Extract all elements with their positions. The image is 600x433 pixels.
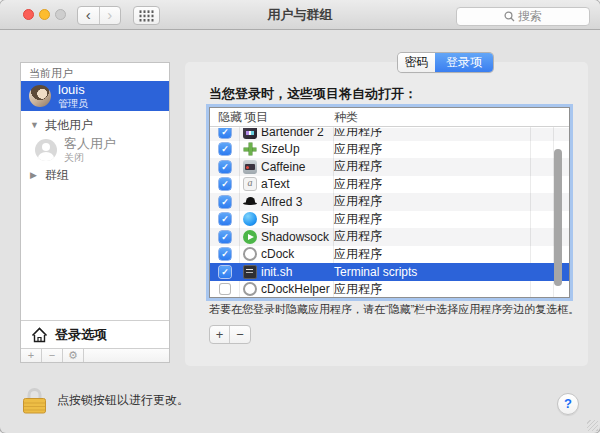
item-name: Sip bbox=[261, 212, 278, 226]
disclosure-open-icon[interactable]: ▼ bbox=[30, 120, 41, 130]
item-kind: 应用程序 bbox=[334, 193, 569, 210]
search-icon bbox=[504, 11, 515, 22]
user-avatar bbox=[29, 85, 51, 107]
item-name: Shadowsock bbox=[261, 230, 329, 244]
table-row[interactable]: ✓Alfred 3应用程序 bbox=[210, 193, 569, 211]
table-row[interactable]: ✓Bartender 2应用程序 bbox=[210, 128, 569, 141]
sidebar-item-guest-user[interactable]: 客人用户 关闭 bbox=[21, 135, 169, 165]
bartender-app-icon bbox=[243, 128, 257, 139]
add-login-item-button[interactable]: + bbox=[210, 326, 230, 343]
login-items-table: 隐藏 项目 种类 ✓Bartender 2应用程序✓SizeUp应用程序✓Caf… bbox=[209, 107, 570, 298]
other-users-group[interactable]: ▼ 其他用户 bbox=[21, 115, 169, 135]
shadowsock-app-icon bbox=[243, 230, 257, 244]
item-cell: cDockHelper bbox=[240, 282, 334, 296]
item-name: Bartender 2 bbox=[261, 128, 324, 139]
table-row[interactable]: ✓aText应用程序 bbox=[210, 176, 569, 194]
tab-login-items[interactable]: 登录项 bbox=[435, 53, 493, 72]
login-items-table-body: ✓Bartender 2应用程序✓SizeUp应用程序✓Caffeine应用程序… bbox=[210, 128, 569, 297]
hide-cell: ✓ bbox=[210, 143, 240, 155]
search-placeholder: 搜索 bbox=[518, 8, 542, 25]
home-icon bbox=[31, 327, 48, 343]
item-kind: 应用程序 bbox=[334, 228, 569, 245]
item-kind: 应用程序 bbox=[334, 176, 569, 193]
hide-checkbox[interactable]: ✓ bbox=[219, 128, 231, 138]
item-cell: Caffeine bbox=[240, 160, 334, 174]
initsh-app-icon bbox=[243, 265, 257, 279]
cdock-app-icon bbox=[243, 247, 257, 261]
search-input[interactable]: 搜索 bbox=[456, 7, 590, 26]
add-remove-controls: + − bbox=[209, 325, 251, 344]
item-name: SizeUp bbox=[261, 142, 300, 156]
item-name: aText bbox=[261, 177, 290, 191]
hide-checkbox[interactable]: ✓ bbox=[219, 196, 231, 208]
item-cell: Shadowsock bbox=[240, 230, 334, 244]
sidebar-item-login-options[interactable]: 登录选项 bbox=[21, 320, 169, 348]
sidebar-item-groups[interactable]: ▶ 群组 bbox=[21, 165, 169, 185]
hide-checkbox[interactable]: ✓ bbox=[219, 248, 231, 260]
lock-bar: 点按锁按钮以进行更改。 bbox=[21, 385, 189, 415]
item-kind: 应用程序 bbox=[334, 246, 569, 263]
caffeine-app-icon bbox=[243, 160, 257, 174]
lock-message: 点按锁按钮以进行更改。 bbox=[57, 392, 189, 409]
table-row[interactable]: ✓cDock应用程序 bbox=[210, 246, 569, 264]
hide-cell: ✓ bbox=[210, 161, 240, 173]
item-name: cDockHelper bbox=[261, 282, 330, 296]
hide-checkbox[interactable]: ✓ bbox=[219, 231, 231, 243]
resize-grip[interactable] bbox=[587, 420, 598, 431]
tab-password[interactable]: 密码 bbox=[398, 53, 435, 72]
title-bar: ‹ › 用户与群组 搜索 bbox=[0, 0, 600, 30]
help-button[interactable]: ? bbox=[557, 393, 579, 415]
login-options-label: 登录选项 bbox=[55, 326, 107, 344]
hide-cell: ✓ bbox=[210, 196, 240, 208]
current-user-header: 当前用户 bbox=[21, 63, 169, 83]
item-cell: Sip bbox=[240, 212, 334, 226]
sidebar-action-bar: + − ⚙ bbox=[21, 348, 169, 362]
hide-column-note: 若要在您登录时隐藏应用程序，请在“隐藏”栏中选择应用程序旁边的复选框。 bbox=[209, 302, 579, 317]
item-name: Caffeine bbox=[261, 160, 305, 174]
hide-cell: ✓ bbox=[210, 128, 240, 138]
hide-checkbox[interactable]: ✓ bbox=[219, 266, 231, 278]
alfred-app-icon bbox=[243, 195, 257, 209]
hide-checkbox[interactable]: ✓ bbox=[219, 178, 231, 190]
item-kind: 应用程序 bbox=[334, 141, 569, 158]
item-cell: Alfred 3 bbox=[240, 195, 334, 209]
item-cell: Bartender 2 bbox=[240, 128, 334, 139]
sizeup-app-icon bbox=[243, 142, 257, 156]
hide-cell: ✓ bbox=[210, 213, 240, 225]
hide-cell bbox=[210, 283, 240, 295]
item-cell: aText bbox=[240, 177, 334, 191]
guest-user-name: 客人用户 bbox=[64, 137, 116, 151]
remove-user-button: − bbox=[42, 349, 63, 362]
item-kind: 应用程序 bbox=[334, 281, 569, 297]
groups-label: 群组 bbox=[45, 167, 69, 184]
column-header-item[interactable]: 项目 bbox=[244, 109, 268, 126]
remove-login-item-button[interactable]: − bbox=[230, 326, 250, 343]
vertical-scrollbar[interactable] bbox=[554, 149, 562, 286]
other-users-label: 其他用户 bbox=[45, 117, 93, 134]
item-kind: 应用程序 bbox=[334, 158, 569, 175]
table-row[interactable]: ✓Sip应用程序 bbox=[210, 211, 569, 229]
table-row[interactable]: cDockHelper应用程序 bbox=[210, 281, 569, 298]
hide-checkbox[interactable]: ✓ bbox=[219, 161, 231, 173]
column-header-kind[interactable]: 种类 bbox=[334, 109, 358, 126]
table-row[interactable]: ✓SizeUp应用程序 bbox=[210, 141, 569, 159]
table-row[interactable]: ✓init.shTerminal scripts bbox=[210, 263, 569, 281]
table-row[interactable]: ✓Caffeine应用程序 bbox=[210, 158, 569, 176]
item-cell: init.sh bbox=[240, 265, 334, 279]
table-row[interactable]: ✓Shadowsock应用程序 bbox=[210, 228, 569, 246]
item-name: cDock bbox=[261, 247, 294, 261]
disclosure-closed-icon[interactable]: ▶ bbox=[30, 170, 41, 180]
hide-cell: ✓ bbox=[210, 231, 240, 243]
column-header-hide[interactable]: 隐藏 bbox=[218, 109, 242, 126]
user-list-sidebar: 当前用户 louis 管理员 ▼ 其他用户 客人用户 关闭 ▶ 群组 bbox=[20, 62, 170, 363]
guest-user-status: 关闭 bbox=[64, 152, 116, 163]
item-kind: 应用程序 bbox=[334, 211, 569, 228]
sidebar-item-current-user[interactable]: louis 管理员 bbox=[21, 81, 169, 111]
item-kind: Terminal scripts bbox=[334, 265, 569, 279]
hide-checkbox[interactable] bbox=[219, 283, 231, 295]
hide-checkbox[interactable]: ✓ bbox=[219, 213, 231, 225]
hide-checkbox[interactable]: ✓ bbox=[219, 143, 231, 155]
atext-app-icon bbox=[243, 177, 257, 191]
lock-icon[interactable] bbox=[21, 385, 48, 415]
login-items-panel: 当您登录时，这些项目将自动打开： 隐藏 项目 种类 ✓Bartender 2应用… bbox=[185, 62, 588, 366]
